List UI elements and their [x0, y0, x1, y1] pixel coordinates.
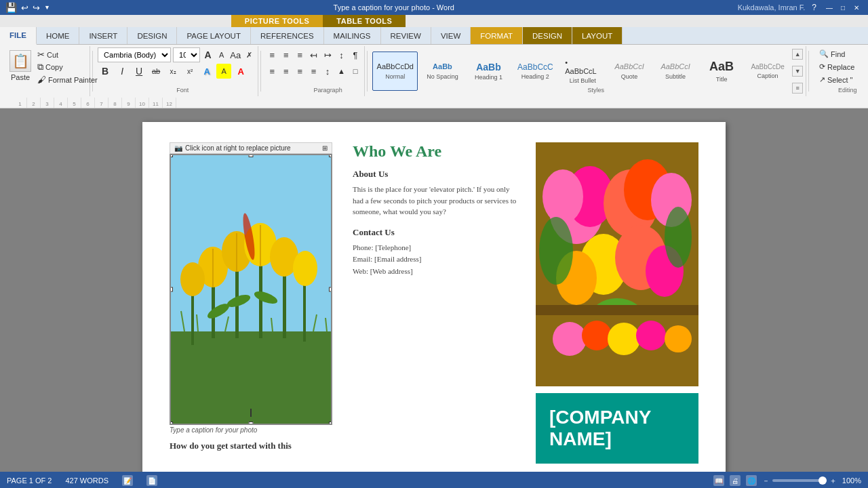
- print-layout-icon[interactable]: 🖨: [730, 475, 741, 486]
- maximize-icon[interactable]: □: [837, 1, 849, 14]
- tab-home[interactable]: HOME: [37, 27, 80, 44]
- proofing-icon[interactable]: 📝: [122, 475, 133, 486]
- justify-button[interactable]: ≡: [307, 64, 319, 79]
- tab-mailings[interactable]: MAILINGS: [324, 27, 381, 44]
- tab-format[interactable]: FORMAT: [471, 27, 523, 44]
- style-heading2-preview: AaBbCcC: [517, 62, 553, 72]
- resize-handle-bl[interactable]: [170, 422, 173, 425]
- minimize-icon[interactable]: —: [823, 1, 835, 14]
- document-page[interactable]: 📷 Click icon at right to replace picture…: [142, 122, 726, 472]
- paste-button[interactable]: 📋 Paste: [7, 49, 34, 94]
- resize-handle-tm[interactable]: [249, 154, 254, 157]
- minimize-button[interactable]: — □ ✕: [823, 1, 863, 14]
- tab-view[interactable]: VIEW: [431, 27, 471, 44]
- style-no-spacing[interactable]: AaBb No Spacing: [420, 52, 464, 91]
- style-quote[interactable]: AaBbCcI Quote: [608, 52, 651, 91]
- cut-button[interactable]: ✂ Cut: [35, 49, 100, 60]
- resize-handle-bm[interactable]: [249, 422, 254, 425]
- shrink-font-button[interactable]: A: [216, 47, 227, 62]
- style-title-label: Title: [716, 76, 728, 83]
- picture-toolbar-icon[interactable]: ⊞: [322, 144, 328, 152]
- zoom-in-icon[interactable]: ＋: [829, 476, 837, 486]
- user-name: Kukdawala, Imran F.: [738, 3, 806, 12]
- read-mode-icon[interactable]: 📖: [713, 475, 724, 486]
- style-heading1[interactable]: AaBb Heading 1: [467, 52, 510, 91]
- styles-scroll-down[interactable]: ▼: [792, 66, 803, 77]
- style-heading2[interactable]: AaBbCcC Heading 2: [513, 52, 557, 91]
- styles-more[interactable]: ≡: [792, 83, 803, 94]
- picture-placeholder[interactable]: 📷 Click icon at right to replace picture…: [170, 142, 332, 434]
- tab-table-design[interactable]: DESIGN: [523, 27, 572, 44]
- line-spacing-button[interactable]: ↕: [321, 64, 334, 79]
- font-color-button[interactable]: A: [233, 64, 248, 79]
- zoom-control[interactable]: － ＋: [762, 476, 837, 486]
- font-face-select[interactable]: Cambria (Body): [98, 47, 171, 62]
- resize-handle-ml[interactable]: [170, 287, 173, 292]
- zoom-out-icon[interactable]: －: [762, 476, 770, 486]
- superscript-button[interactable]: x²: [182, 64, 197, 79]
- show-marks-button[interactable]: ¶: [349, 47, 361, 62]
- save-icon[interactable]: 💾: [5, 2, 17, 13]
- text-effects-button[interactable]: A: [199, 64, 214, 79]
- decrease-indent-button[interactable]: ↤: [307, 47, 319, 62]
- subscript-button[interactable]: x₂: [165, 64, 180, 79]
- close-icon[interactable]: ✕: [850, 1, 863, 14]
- borders-button[interactable]: □: [349, 64, 361, 79]
- format-painter-button[interactable]: 🖌 Format Painter: [35, 74, 100, 85]
- shading-button[interactable]: ▲: [335, 64, 347, 79]
- bold-button[interactable]: B: [98, 64, 113, 79]
- numbering-button[interactable]: ≡: [280, 47, 292, 62]
- picture-caption[interactable]: Type a caption for your photo: [170, 426, 332, 434]
- style-list-bullet[interactable]: • AaBbCcL List Bullet: [560, 52, 605, 91]
- web-layout-icon[interactable]: 🌐: [746, 475, 757, 486]
- align-left-button[interactable]: ≡: [266, 64, 278, 79]
- right-image: [536, 142, 698, 386]
- bullets-button[interactable]: ≡: [266, 47, 278, 62]
- style-subtitle[interactable]: AaBbCcI Subtitle: [654, 52, 697, 91]
- style-title[interactable]: AaB Title: [700, 52, 743, 91]
- select-button[interactable]: ↗ Select ": [816, 73, 860, 86]
- undo-icon[interactable]: ↩: [21, 3, 28, 13]
- styles-scroll-up[interactable]: ▲: [792, 49, 803, 60]
- text-highlight-button[interactable]: A: [216, 64, 231, 79]
- tab-review[interactable]: REVIEW: [381, 27, 431, 44]
- underline-button[interactable]: U: [132, 64, 146, 79]
- style-normal[interactable]: AaBbCcDd Normal: [372, 52, 418, 91]
- tab-page-layout[interactable]: PAGE LAYOUT: [177, 27, 250, 44]
- italic-button[interactable]: I: [115, 64, 130, 79]
- font-group: Cambria (Body) 10 A A Aa ✗ B I U ab x₂ x…: [95, 46, 258, 96]
- help-icon[interactable]: ?: [812, 3, 816, 12]
- strikethrough-button[interactable]: ab: [149, 64, 163, 79]
- sort-button[interactable]: ↕: [335, 47, 347, 62]
- redo-icon[interactable]: ↪: [33, 3, 40, 13]
- change-case-button[interactable]: Aa: [229, 47, 241, 62]
- grow-font-button[interactable]: A: [202, 47, 214, 62]
- editing-group: 🔍 Find ⟳ Replace ↗ Select " Editing: [811, 46, 865, 96]
- document-area[interactable]: 📷 Click icon at right to replace picture…: [0, 108, 868, 472]
- style-caption[interactable]: AaBbCcDe Caption: [746, 52, 789, 91]
- replace-button[interactable]: ⟳ Replace: [816, 60, 860, 73]
- font-size-select[interactable]: 10: [173, 47, 200, 62]
- tab-design[interactable]: DESIGN: [127, 27, 177, 44]
- picture-image-container[interactable]: [170, 154, 332, 425]
- find-button[interactable]: 🔍 Find: [816, 47, 860, 60]
- multilevel-button[interactable]: ≡: [294, 47, 306, 62]
- tab-references[interactable]: REFERENCES: [251, 27, 324, 44]
- increase-indent-button[interactable]: ↦: [321, 47, 334, 62]
- quick-access-dropdown[interactable]: ▼: [44, 4, 50, 11]
- tab-layout[interactable]: LAYOUT: [572, 27, 623, 44]
- resize-handle-tr[interactable]: [329, 154, 332, 157]
- tab-insert[interactable]: INSERT: [79, 27, 127, 44]
- align-center-button[interactable]: ≡: [280, 64, 292, 79]
- style-heading1-label: Heading 1: [475, 74, 502, 81]
- resize-handle-tl[interactable]: [170, 154, 173, 157]
- resize-handle-mr[interactable]: [329, 287, 332, 292]
- notes-icon[interactable]: 📄: [146, 475, 157, 486]
- tab-file[interactable]: FILE: [0, 27, 37, 45]
- clear-format-button[interactable]: ✗: [243, 47, 255, 62]
- text-cursor: [250, 409, 252, 417]
- align-right-button[interactable]: ≡: [294, 64, 306, 79]
- copy-button[interactable]: ⧉ Copy: [35, 61, 100, 73]
- company-name-box[interactable]: [COMPANY NAME]: [536, 393, 698, 464]
- resize-handle-br[interactable]: [329, 422, 332, 425]
